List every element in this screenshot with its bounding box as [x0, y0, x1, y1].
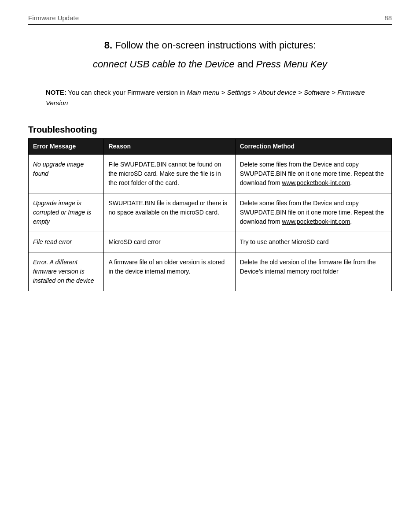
step-subtitle-connector: and [237, 59, 256, 70]
error-msg-text-4: Error. A different firmware version is i… [33, 259, 94, 284]
table-row: No upgrade image found File SWUPDATE.BIN… [29, 155, 392, 193]
step-number: 8. [104, 40, 112, 51]
correction-1: Delete some files from the Device and co… [235, 155, 391, 193]
table-header-row: Error Message Reason Correction Method [29, 139, 392, 155]
reason-3: MicroSD card error [104, 232, 235, 252]
link-1: www.pocketbook-int.com [282, 179, 350, 186]
reason-1: File SWUPDATE.BIN cannot be found on the… [104, 155, 235, 193]
col-error-message: Error Message [29, 139, 104, 155]
note-text: You can check your Firmware version in [68, 89, 187, 96]
step-subtitle-italic1: connect USB cable to the Device [93, 59, 235, 70]
table-row: Upgrade image is corrupted or Image is e… [29, 193, 392, 232]
error-msg-1: No upgrade image found [29, 155, 104, 193]
correction-4: Delete the old version of the firmware f… [235, 252, 391, 291]
header-page-number: 88 [384, 14, 392, 22]
correction-3: Try to use another MicroSD card [235, 232, 391, 252]
col-reason: Reason [104, 139, 235, 155]
error-msg-text-2: Upgrade image is corrupted or Image is e… [33, 200, 91, 225]
table-row: File read error MicroSD card error Try t… [29, 232, 392, 252]
error-msg-text-3: File read error [33, 238, 72, 245]
correction-2: Delete some files from the Device and co… [235, 193, 391, 232]
page: Firmware Update 88 8. Follow the on-scre… [0, 0, 420, 522]
step-subtitle: connect USB cable to the Device and Pres… [28, 58, 392, 71]
link-2: www.pocketbook-int.com [282, 218, 350, 225]
error-msg-4: Error. A different firmware version is i… [29, 252, 104, 291]
troubleshooting-table: Error Message Reason Correction Method N… [28, 138, 392, 291]
page-header: Firmware Update 88 [28, 14, 392, 25]
error-msg-text-1: No upgrade image found [33, 161, 84, 177]
error-msg-3: File read error [29, 232, 104, 252]
table-row: Error. A different firmware version is i… [29, 252, 392, 291]
note-block: NOTE: You can check your Firmware versio… [46, 87, 374, 109]
error-msg-2: Upgrade image is corrupted or Image is e… [29, 193, 104, 232]
reason-2: SWUPDATE.BIN file is damaged or there is… [104, 193, 235, 232]
header-title: Firmware Update [28, 14, 79, 22]
col-correction: Correction Method [235, 139, 391, 155]
step-text: Follow the on-screen instructions with p… [115, 40, 316, 51]
step-subtitle-italic2: Press Menu Key [256, 59, 327, 70]
troubleshooting-title: Troubleshooting [28, 125, 392, 135]
reason-4: A firmware file of an older version is s… [104, 252, 235, 291]
step-line: 8. Follow the on-screen instructions wit… [28, 39, 392, 52]
note-label: NOTE: [46, 89, 66, 96]
